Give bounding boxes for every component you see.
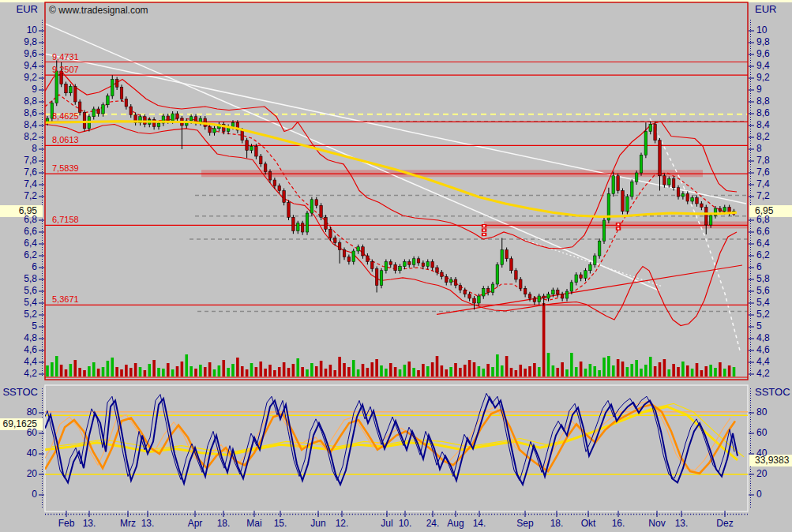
- candle-body: [519, 279, 522, 288]
- candle-body: [357, 247, 360, 251]
- candle-body: [171, 114, 175, 121]
- candle-body: [445, 276, 448, 283]
- volume-bar: [199, 365, 202, 377]
- price-tick-label-right: 8,2: [756, 132, 791, 142]
- level-value-label: 7,5839: [52, 163, 79, 173]
- price-tick-label-right: 5,8: [756, 274, 791, 284]
- volume-bar: [264, 369, 267, 377]
- volume-bar: [714, 368, 717, 377]
- candle-body: [362, 247, 365, 256]
- volume-bar: [644, 365, 647, 377]
- candle-body: [296, 223, 299, 231]
- candle-body: [644, 132, 647, 155]
- candle-body: [213, 129, 216, 133]
- candle-body: [667, 179, 670, 185]
- time-axis-label: Feb: [58, 518, 75, 529]
- candle-body: [663, 176, 666, 185]
- volume-bar: [78, 368, 81, 377]
- volume-bar: [97, 369, 100, 377]
- volume-bar: [236, 358, 239, 377]
- volume-bar: [73, 360, 77, 377]
- time-axis-label: Mai: [246, 518, 261, 529]
- candle-body: [704, 208, 708, 226]
- volume-bar: [139, 367, 142, 377]
- candle-body: [343, 250, 346, 257]
- price-tick-label-right: 6,8: [756, 215, 791, 225]
- candle-body: [464, 290, 467, 294]
- candle-body: [301, 223, 304, 232]
- candle-body: [404, 262, 407, 267]
- volume-bar: [464, 365, 467, 377]
- signal-marker-dot: [617, 223, 620, 225]
- volume-bar: [626, 367, 629, 377]
- price-chart-svg[interactable]: [0, 0, 792, 532]
- time-axis-label: Apr: [188, 518, 203, 529]
- candle-body: [700, 204, 704, 208]
- volume-bar: [343, 363, 346, 377]
- price-tick-label-right: 7,4: [756, 179, 791, 189]
- tradesignal-watermark: © www.tradesignal.com: [49, 5, 148, 16]
- volume-bar: [672, 364, 675, 377]
- price-tick-label-right: 6,2: [756, 250, 791, 260]
- candle-body: [524, 288, 527, 294]
- price-tick-label-right: 8,4: [756, 120, 791, 130]
- volume-bar: [338, 357, 341, 377]
- price-tick-label-right: 5,6: [756, 286, 791, 296]
- candle-body: [565, 291, 569, 298]
- volume-bar: [426, 366, 430, 377]
- volume-bar: [580, 362, 583, 377]
- level-value-label: 8,0613: [52, 135, 79, 144]
- candle-body: [580, 275, 583, 279]
- candle-body: [723, 208, 726, 212]
- volume-bar: [399, 369, 402, 377]
- candle-body: [510, 259, 513, 271]
- time-axis-label: Sep: [516, 518, 533, 529]
- candle-body: [635, 173, 638, 182]
- volume-bar: [134, 363, 137, 377]
- volume-bar: [404, 365, 407, 377]
- yellow-moving-average: [45, 122, 737, 217]
- candle-body: [370, 262, 373, 269]
- sstoc-panel-group: [40, 393, 748, 485]
- volume-bar: [533, 363, 536, 377]
- volume-bar: [375, 359, 378, 377]
- candle-body: [167, 116, 170, 121]
- volume-bar: [491, 367, 494, 377]
- volume-bar: [171, 369, 175, 377]
- volume-bar: [510, 368, 513, 377]
- price-tick-label-left: 6,6: [0, 227, 37, 237]
- candle-body: [385, 262, 388, 271]
- volume-bar: [589, 364, 592, 377]
- volume-bar: [366, 368, 370, 377]
- volume-bar: [357, 369, 360, 377]
- candle-body: [422, 263, 425, 267]
- level-value-label: 6,7158: [52, 215, 79, 224]
- candle-body: [473, 298, 476, 303]
- price-tick-label-left: 9,2: [0, 73, 37, 83]
- time-axis-label: 13.: [141, 518, 155, 529]
- candle-body: [570, 283, 573, 291]
- volume-bar: [51, 362, 54, 377]
- time-axis-label: Mrz: [120, 518, 136, 529]
- time-axis-label: Dez: [716, 518, 733, 529]
- sstoc-tick-label-right: 80: [756, 407, 791, 418]
- price-tick-label-right: 9,4: [756, 61, 791, 71]
- volume-bar: [320, 361, 323, 377]
- price-tick-label-right: 8,6: [756, 108, 791, 118]
- volume-bar: [167, 363, 170, 377]
- candle-body: [556, 290, 559, 294]
- signal-marker-dot: [617, 228, 620, 230]
- volume-bar: [296, 358, 299, 377]
- price-tick-label-left: 8,8: [0, 96, 37, 107]
- time-axis-label: Okt: [581, 518, 596, 529]
- candle-body: [333, 238, 336, 243]
- candle-body: [241, 130, 244, 140]
- price-tick-label-left: 8,6: [0, 108, 37, 118]
- volume-bar: [542, 303, 546, 377]
- volume-bar: [325, 369, 328, 377]
- candle-body: [431, 262, 434, 268]
- volume-bar: [640, 369, 643, 377]
- candle-body: [259, 156, 262, 164]
- volume-bar: [287, 368, 291, 377]
- candle-body: [264, 164, 267, 172]
